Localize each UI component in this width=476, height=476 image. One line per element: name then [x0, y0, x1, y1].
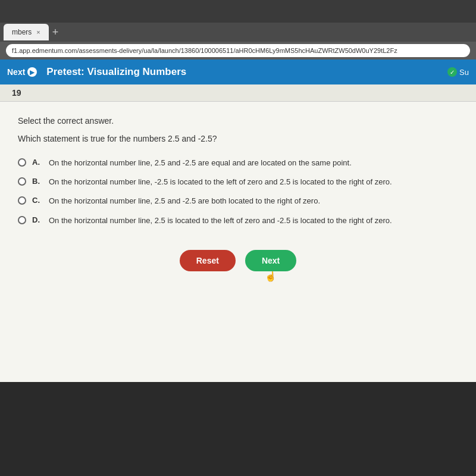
- url-input[interactable]: f1.app.edmentum.com/assessments-delivery…: [6, 44, 470, 57]
- option-text-c: On the horizontal number line, 2.5 and -…: [49, 196, 458, 206]
- answer-option-b[interactable]: B. On the horizontal number line, -2.5 i…: [18, 177, 458, 187]
- tab-bar: mbers × +: [0, 23, 476, 42]
- answer-option-d[interactable]: D. On the horizontal number line, 2.5 is…: [18, 215, 458, 226]
- option-label-d: D.: [32, 215, 43, 224]
- tab-add-button[interactable]: +: [52, 26, 59, 39]
- app-header: Next ▶ Pretest: Visualizing Numbers ✓ Su: [0, 60, 476, 84]
- header-next-button[interactable]: Next ▶: [7, 67, 37, 77]
- option-text-a: On the horizontal number line, 2.5 and -…: [49, 158, 458, 168]
- submit-area: ✓ Su: [447, 67, 469, 77]
- next-button[interactable]: Next: [245, 250, 296, 271]
- browser-top: [0, 0, 476, 23]
- question-body: Select the correct answer. Which stateme…: [0, 102, 476, 303]
- option-label-c: C.: [32, 196, 43, 205]
- submit-label: Su: [459, 68, 469, 77]
- button-row: Reset Next: [18, 250, 458, 289]
- radio-b[interactable]: [18, 177, 26, 186]
- option-text-d: On the horizontal number line, 2.5 is lo…: [49, 215, 458, 226]
- question-number: 19: [12, 88, 21, 98]
- bottom-background: [0, 382, 476, 453]
- question-text: Which statement is true for the numbers …: [18, 134, 458, 143]
- browser-tab[interactable]: mbers ×: [4, 24, 49, 40]
- radio-d[interactable]: [18, 216, 26, 224]
- submit-check-icon: ✓: [447, 67, 457, 77]
- option-label-a: A.: [32, 158, 43, 167]
- header-next-label: Next: [7, 67, 25, 77]
- radio-c[interactable]: [18, 196, 26, 205]
- answer-options: A. On the horizontal number line, 2.5 an…: [18, 158, 458, 226]
- instruction-text: Select the correct answer.: [18, 116, 458, 126]
- option-label-b: B.: [32, 177, 43, 186]
- page-title: Pretest: Visualizing Numbers: [46, 66, 438, 78]
- option-text-b: On the horizontal number line, -2.5 is l…: [49, 177, 458, 187]
- tab-close-button[interactable]: ×: [36, 29, 40, 36]
- answer-option-c[interactable]: C. On the horizontal number line, 2.5 an…: [18, 196, 458, 206]
- address-bar: f1.app.edmentum.com/assessments-delivery…: [0, 42, 476, 60]
- reset-button[interactable]: Reset: [180, 250, 236, 271]
- answer-option-a[interactable]: A. On the horizontal number line, 2.5 an…: [18, 158, 458, 168]
- radio-a[interactable]: [18, 158, 26, 167]
- question-number-bar: 19: [0, 84, 476, 102]
- main-content: 19 Select the correct answer. Which stat…: [0, 84, 476, 382]
- tab-label: mbers: [12, 28, 32, 36]
- next-arrow-icon: ▶: [27, 67, 37, 77]
